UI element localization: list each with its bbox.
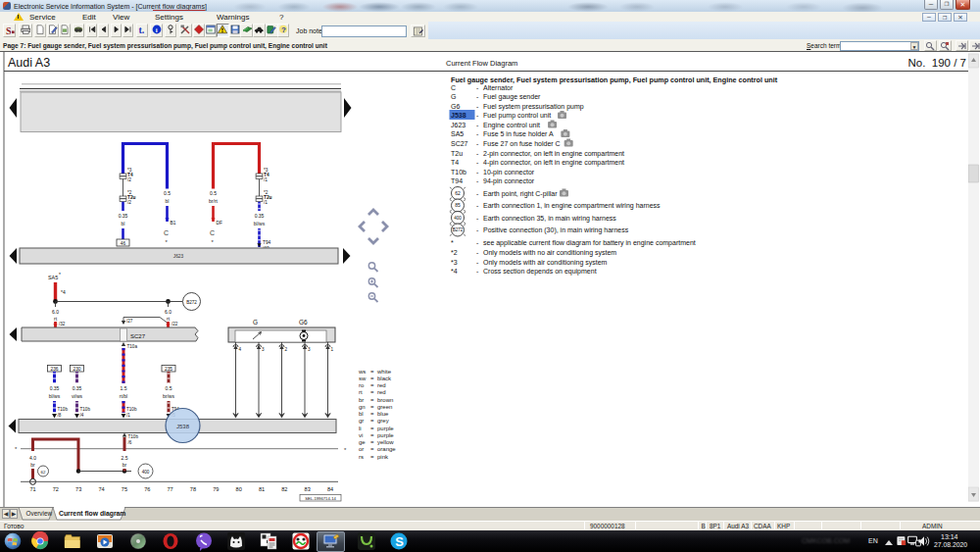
svg-text:0.5: 0.5 <box>166 385 172 391</box>
svg-text:T10b: T10b <box>128 434 139 439</box>
svg-text:-: - <box>476 259 479 266</box>
svg-text:SEL-1996714-14: SEL-1996714-14 <box>305 496 336 501</box>
svg-text:77: 77 <box>167 486 172 492</box>
svg-text:-: - <box>476 122 479 128</box>
svg-text:Only models with air condition: Only models with air conditioning system <box>483 259 608 267</box>
svg-text:T10b: T10b <box>451 169 466 176</box>
svg-text:/6: /6 <box>128 440 132 445</box>
svg-text:73: 73 <box>75 486 81 492</box>
svg-text:2: 2 <box>285 347 288 352</box>
svg-text:t.: t. <box>139 25 145 35</box>
svg-text:T4: T4 <box>451 159 459 166</box>
svg-text:=: = <box>370 439 374 445</box>
svg-text:Current flow diagram: Current flow diagram <box>59 510 125 518</box>
svg-text:-: - <box>476 226 479 233</box>
svg-text:C: C <box>210 229 215 236</box>
svg-text:yellow: yellow <box>377 439 394 445</box>
svg-text:Overview: Overview <box>26 510 53 517</box>
svg-text:6.0: 6.0 <box>165 309 172 315</box>
svg-text:62: 62 <box>455 190 461 196</box>
svg-text:Fuel gauge sender, Fuel system: Fuel gauge sender, Fuel system pressuris… <box>451 75 778 84</box>
svg-text:or: or <box>359 446 364 452</box>
svg-text:0.35: 0.35 <box>50 385 60 391</box>
svg-text:=: = <box>370 397 374 403</box>
svg-text:C: C <box>451 84 456 91</box>
svg-text:Earth connection 35, in main w: Earth connection 35, in main wiring harn… <box>483 215 616 223</box>
svg-text:ro: ro <box>359 382 365 388</box>
svg-text:pink: pink <box>377 454 389 460</box>
svg-text:B272: B272 <box>453 227 464 232</box>
svg-text:78: 78 <box>190 486 196 492</box>
svg-text:ge: ge <box>359 439 366 445</box>
svg-text:gn: gn <box>359 404 366 410</box>
svg-text:=: = <box>370 418 374 424</box>
svg-text:G6: G6 <box>451 103 460 110</box>
svg-text:SA5: SA5 <box>451 130 464 137</box>
svg-text:-: - <box>476 140 479 147</box>
svg-text:/1: /1 <box>264 200 268 205</box>
svg-text:J623: J623 <box>173 254 184 259</box>
svg-text:400: 400 <box>142 470 150 475</box>
svg-text:/1: /1 <box>264 177 268 182</box>
svg-text:red: red <box>377 389 386 395</box>
svg-text:li: li <box>359 426 362 431</box>
svg-text:orange: orange <box>377 446 396 452</box>
svg-text:82: 82 <box>281 486 287 492</box>
svg-text:G6: G6 <box>299 319 308 326</box>
svg-text:blue: blue <box>377 411 389 417</box>
svg-text:ws: ws <box>358 369 366 375</box>
svg-text:br: br <box>122 462 127 468</box>
svg-text:4.0: 4.0 <box>29 455 36 461</box>
svg-text:bl/ws: bl/ws <box>254 221 266 226</box>
svg-text:DF: DF <box>217 221 222 226</box>
svg-text:Engine control unit: Engine control unit <box>483 122 540 129</box>
svg-text:Fuel system pressurisation pum: Fuel system pressurisation pump <box>483 103 584 111</box>
svg-text:-: - <box>476 150 479 157</box>
svg-text:*: * <box>15 446 18 452</box>
svg-text:gr: gr <box>359 418 364 424</box>
svg-text:3: 3 <box>308 347 311 352</box>
svg-text:0.5: 0.5 <box>210 190 217 196</box>
svg-text:J623: J623 <box>451 122 466 128</box>
svg-text:*: * <box>344 447 347 453</box>
svg-text:=: = <box>370 389 374 395</box>
svg-text:bl: bl <box>122 221 125 226</box>
svg-text:C: C <box>164 229 169 236</box>
svg-text:-: - <box>476 84 479 91</box>
svg-text:235: 235 <box>165 367 172 372</box>
svg-text:84: 84 <box>327 486 333 492</box>
svg-text:grey: grey <box>377 418 389 424</box>
svg-text:Current Flow Diagram: Current Flow Diagram <box>446 59 517 68</box>
svg-text:46: 46 <box>121 241 126 246</box>
svg-text:SC27: SC27 <box>130 333 146 339</box>
svg-text:G: G <box>253 319 258 326</box>
svg-text:br/ws: br/ws <box>163 393 174 399</box>
svg-text:bl/ws: bl/ws <box>49 393 61 399</box>
svg-text:=: = <box>370 404 374 410</box>
svg-text:purple: purple <box>377 426 394 431</box>
svg-text:B1: B1 <box>171 221 176 226</box>
svg-text:Fuel gauge sender: Fuel gauge sender <box>483 93 541 101</box>
svg-text:6.0: 6.0 <box>52 309 59 315</box>
svg-text:-: - <box>476 249 479 256</box>
svg-text:br: br <box>359 397 364 403</box>
svg-text:0.35: 0.35 <box>73 385 82 391</box>
svg-text:4-pin connector, on left in en: 4-pin connector, on left in engine compa… <box>483 159 624 167</box>
svg-text:rt/bl: rt/bl <box>120 393 127 399</box>
svg-text:purple: purple <box>377 432 394 438</box>
svg-text:Positive connection (30), in m: Positive connection (30), in main wiring… <box>483 226 629 234</box>
svg-text:red: red <box>377 382 386 388</box>
svg-text:=: = <box>370 382 374 388</box>
svg-text:230: 230 <box>73 367 80 372</box>
svg-text:*4: *4 <box>61 289 66 295</box>
svg-text:vi: vi <box>359 432 363 438</box>
svg-text:0.35: 0.35 <box>119 213 128 219</box>
svg-text:SC27: SC27 <box>451 140 468 147</box>
svg-text:Cross section depends on equip: Cross section depends on equipment <box>483 268 597 276</box>
svg-text:green: green <box>377 404 392 410</box>
svg-text:-: - <box>476 215 479 222</box>
svg-text:236: 236 <box>50 367 58 372</box>
svg-text:bl: bl <box>359 411 364 417</box>
svg-text:black: black <box>377 376 392 381</box>
svg-text:T2u: T2u <box>451 150 463 157</box>
